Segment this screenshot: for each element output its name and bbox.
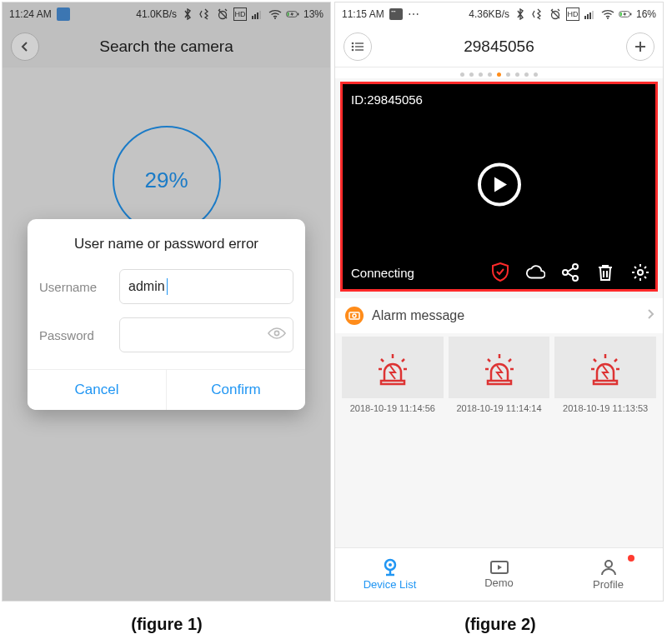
status-bar: 11:15 AM ⋯ 4.36KB/s HD 16% <box>335 2 663 26</box>
svg-point-10 <box>551 12 559 19</box>
text-caret <box>167 278 168 295</box>
nav-label: Demo <box>484 577 514 589</box>
demo-icon <box>489 560 509 575</box>
confirm-button[interactable]: Confirm <box>167 370 305 410</box>
svg-point-37 <box>605 561 612 567</box>
svg-rect-20 <box>355 42 364 43</box>
svg-rect-12 <box>587 14 589 19</box>
bottom-nav: Device List Demo Profile <box>335 547 663 601</box>
pager-dot <box>460 72 464 77</box>
svg-point-15 <box>607 17 609 19</box>
alarm-thumbnails: 2018-10-19 11:14:56 2018-10-19 11:14:14 … <box>335 333 663 423</box>
wifi-icon <box>601 7 614 21</box>
security-shield-icon[interactable] <box>490 262 510 282</box>
pager-dot <box>534 72 538 77</box>
nav-profile[interactable]: Profile <box>554 548 663 601</box>
alarm-thumb[interactable]: 2018-10-19 11:14:14 <box>449 337 550 420</box>
siren-icon <box>449 337 550 398</box>
caption-2: (figure 2) <box>464 615 536 634</box>
alarm-message-row[interactable]: Alarm message <box>335 298 663 333</box>
password-input[interactable] <box>119 317 293 352</box>
pager-dots[interactable] <box>335 67 663 78</box>
svg-point-30 <box>353 314 356 317</box>
caption-1: (figure 1) <box>131 615 203 634</box>
svg-rect-14 <box>592 11 594 19</box>
siren-icon <box>342 337 444 398</box>
profile-icon <box>599 558 618 577</box>
play-button[interactable] <box>478 162 521 206</box>
hd-icon: HD <box>566 7 579 21</box>
share-icon[interactable] <box>560 262 580 282</box>
video-id-label: ID:29845056 <box>351 92 423 107</box>
svg-rect-13 <box>589 12 591 19</box>
pager-dot <box>479 72 483 77</box>
password-label: Password <box>39 328 111 342</box>
thumb-timestamp: 2018-10-19 11:14:56 <box>342 398 444 420</box>
dialog-title: User name or password error <box>28 219 305 264</box>
settings-icon[interactable] <box>630 262 650 282</box>
username-label: Username <box>39 280 111 294</box>
siren-icon <box>554 337 656 398</box>
svg-point-9 <box>274 331 278 335</box>
alarm-thumb[interactable]: 2018-10-19 11:13:53 <box>554 337 656 420</box>
video-preview[interactable]: ID:29845056 Connecting <box>340 82 658 292</box>
camera-device-icon <box>381 558 399 577</box>
username-input[interactable]: admin <box>119 269 293 304</box>
svg-point-26 <box>563 270 568 275</box>
nav-label: Profile <box>593 578 624 591</box>
svg-rect-32 <box>488 381 511 384</box>
delete-icon[interactable] <box>595 262 615 282</box>
battery-icon <box>619 7 632 21</box>
pager-dot <box>515 72 519 77</box>
status-netspeed: 4.36KB/s <box>469 8 509 20</box>
svg-point-23 <box>352 48 354 51</box>
status-time: 11:15 AM <box>342 8 384 20</box>
credentials-dialog: User name or password error Username adm… <box>28 219 305 410</box>
cloud-icon[interactable] <box>525 262 545 282</box>
svg-rect-11 <box>584 16 586 19</box>
nav-label: Device List <box>364 578 417 591</box>
chevron-right-icon <box>646 308 654 323</box>
svg-point-19 <box>352 42 354 44</box>
svg-point-35 <box>389 563 392 567</box>
title-bar: 29845056 <box>335 26 663 67</box>
cancel-button[interactable]: Cancel <box>28 370 167 410</box>
svg-rect-22 <box>355 46 364 47</box>
pager-dot <box>506 72 510 77</box>
list-menu-icon <box>351 42 364 52</box>
alarm-off-icon <box>549 7 562 21</box>
pager-dot <box>524 72 529 77</box>
add-button[interactable] <box>626 32 654 61</box>
svg-point-27 <box>573 276 578 281</box>
connection-status: Connecting <box>351 266 490 280</box>
svg-rect-18 <box>620 12 622 17</box>
alarm-badge-icon <box>345 307 364 325</box>
phone-screenshot-2: 11:15 AM ⋯ 4.36KB/s HD 16% 29845056 <box>334 2 664 602</box>
svg-rect-29 <box>349 312 359 319</box>
menu-button[interactable] <box>344 32 372 61</box>
show-password-icon[interactable] <box>268 327 286 343</box>
chat-notification-icon <box>389 8 403 20</box>
figure-captions: (figure 1) (figure 2) <box>0 603 667 634</box>
svg-rect-24 <box>355 49 364 50</box>
status-battery-pct: 16% <box>636 8 656 20</box>
nav-device-list[interactable]: Device List <box>335 548 444 601</box>
alarm-thumb[interactable]: 2018-10-19 11:14:56 <box>342 337 444 420</box>
play-icon <box>492 175 509 193</box>
thumb-timestamp: 2018-10-19 11:13:53 <box>554 398 656 420</box>
svg-rect-17 <box>630 13 631 16</box>
svg-point-21 <box>352 45 354 47</box>
nav-demo[interactable]: Demo <box>444 548 554 601</box>
pager-dot-active <box>497 72 501 77</box>
pager-dot <box>469 72 474 77</box>
plus-icon <box>634 40 647 53</box>
vibrate-icon <box>531 7 544 21</box>
signal-icon <box>584 7 597 21</box>
pager-dot <box>488 72 492 77</box>
page-title: 29845056 <box>464 37 534 56</box>
svg-point-28 <box>638 270 643 275</box>
notification-dot-icon <box>628 555 634 562</box>
more-notifications-icon: ⋯ <box>408 7 419 21</box>
alarm-label: Alarm message <box>372 308 464 323</box>
svg-rect-33 <box>594 381 617 384</box>
